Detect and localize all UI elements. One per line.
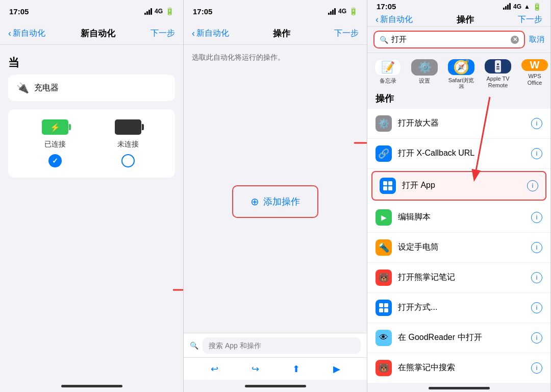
search-cancel-button[interactable]: 取消 (529, 35, 544, 44)
nav-title-1: 新自动化 (81, 28, 115, 39)
signal-icon-3 (503, 3, 511, 10)
apps-scroll: 📝 备忘录 ⚙️ 设置 🧭 Safari浏览器 Apple TVRemote (367, 53, 550, 88)
ops-label-goodreader: 在 GoodReader 中打开 (398, 332, 525, 343)
nav-back-3[interactable]: ‹ 新自动化 (375, 14, 413, 25)
search-input-wrap[interactable]: 🔍 打开 ✕ (373, 31, 525, 48)
ops-info-bear-search[interactable]: i (531, 362, 542, 374)
app-icon-safari: 🧭 (448, 59, 474, 75)
status-bar-1: 17:05 4G 🔋 (0, 0, 183, 22)
radio-connected[interactable] (48, 154, 62, 167)
ops-label-bear-search: 在熊掌记中搜索 (398, 362, 525, 373)
clear-icon: ✕ (513, 36, 517, 43)
battery-row: ⚡ 已连接 未连接 (18, 119, 165, 167)
nav-next-2[interactable]: 下一步 (334, 28, 359, 39)
app-icon-settings: ⚙️ (411, 59, 438, 75)
redo-icon[interactable]: ↪ (252, 363, 259, 375)
ops-info-magnifier[interactable]: i (531, 118, 542, 129)
plus-icon: ⊕ (251, 195, 259, 208)
home-indicator-2 (184, 380, 367, 392)
ops-info-bear-note[interactable]: i (531, 272, 542, 283)
panel-3: 17:05 4G ▲ 🔋 ‹ 新自动化 操作 下一步 🔍 打开 ✕ (367, 0, 551, 392)
battery-icon-1: 🔋 (165, 7, 174, 15)
network-type-3: 4G (513, 3, 521, 10)
battery-connected-option[interactable]: ⚡ 已连接 (42, 119, 68, 167)
app-item-wps[interactable]: W WPS Office (520, 59, 549, 84)
search-input-bottom[interactable] (203, 337, 361, 354)
svg-rect-7 (388, 181, 392, 185)
undo-icon[interactable]: ↩ (211, 363, 218, 375)
add-action-area: ⊕ 添加操作 (184, 70, 367, 333)
ops-item-torch[interactable]: 🔦 设定手电筒 i (367, 233, 550, 263)
network-type-2: 4G (338, 8, 346, 15)
section-header-1: 当 (0, 45, 183, 75)
ops-label-xcallback: 打开 X-Callback URL (398, 148, 525, 159)
battery-connected-label: 已连接 (44, 140, 66, 149)
ops-item-open-with[interactable]: 打开方式... i (367, 293, 550, 323)
time-2: 17:05 (193, 7, 212, 16)
ops-icon-torch: 🔦 (375, 239, 392, 256)
panel-2: 17:05 4G 🔋 ‹ 新自动化 操作 下一步 选取此自动化将运行的操作。 ⊕… (184, 0, 367, 392)
ops-icon-xcallback: 🔗 (375, 145, 392, 162)
time-3: 17:05 (377, 2, 396, 11)
ops-info-open-with[interactable]: i (531, 302, 542, 313)
nav-next-1[interactable]: 下一步 (151, 28, 175, 39)
nav-back-label-2: 新自动化 (196, 28, 229, 39)
ops-item-edit-script[interactable]: ▶ 编辑脚本 i (367, 203, 550, 233)
nav-bar-2: ‹ 新自动化 操作 下一步 (184, 22, 367, 45)
nav-title-2: 操作 (273, 28, 290, 39)
ops-item-open-app[interactable]: 打开 App i (371, 171, 546, 201)
share-icon[interactable]: ⬆ (292, 363, 300, 375)
search-clear-button[interactable]: ✕ (511, 36, 519, 44)
home-bar-2 (245, 385, 306, 387)
nav-next-3[interactable]: 下一步 (518, 14, 542, 25)
add-action-label: 添加操作 (263, 195, 300, 208)
ops-icon-open-with (375, 300, 392, 316)
ops-item-magnifier[interactable]: ⚙️ 打开放大器 i (367, 109, 550, 139)
battery-disconnected-option[interactable]: 未连接 (115, 119, 141, 167)
add-action-button[interactable]: ⊕ 添加操作 (235, 188, 315, 215)
svg-rect-4 (496, 66, 499, 67)
ops-info-goodreader[interactable]: i (531, 332, 542, 344)
play-icon[interactable]: ▶ (333, 363, 340, 375)
ops-info-open-app[interactable]: i (527, 180, 538, 191)
home-bar-3 (429, 387, 490, 389)
trigger-label: 充电器 (34, 83, 59, 93)
battery-icon-3: 🔋 (533, 3, 541, 11)
nav-back-1[interactable]: ‹ 新自动化 (8, 28, 45, 39)
ops-item-bear-note[interactable]: 🐻 打开熊掌记笔记 i (367, 263, 550, 293)
status-bar-2: 17:05 4G 🔋 (184, 0, 367, 22)
app-icon-notes: 📝 (374, 59, 401, 75)
battery-disconnected-icon (115, 119, 141, 135)
ops-item-bear-search[interactable]: 🐻 在熊掌记中搜索 i (367, 353, 550, 383)
battery-disconnected-label: 未连接 (117, 140, 139, 149)
ops-item-xcallback[interactable]: 🔗 打开 X-Callback URL i (367, 139, 550, 169)
ops-label-magnifier: 打开放大器 (398, 118, 525, 129)
ops-info-torch[interactable]: i (531, 242, 542, 253)
ops-info-edit-script[interactable]: i (531, 212, 542, 223)
ops-icon-magnifier: ⚙️ (375, 115, 392, 132)
add-action-btn-container: ⊕ 添加操作 (232, 185, 318, 218)
nav-back-2[interactable]: ‹ 新自动化 (192, 28, 229, 39)
status-icons-2: 4G 🔋 (328, 7, 358, 15)
chevron-left-icon-1: ‹ (8, 28, 11, 39)
status-icons-3: 4G ▲ 🔋 (503, 3, 541, 11)
radio-disconnected[interactable] (121, 154, 135, 167)
svg-rect-12 (379, 308, 383, 312)
home-bar-1 (61, 385, 122, 387)
ops-icon-goodreader: 👁 (375, 330, 392, 346)
battery-icon-2: 🔋 (349, 7, 358, 15)
app-item-apple-tv[interactable]: Apple TVRemote (484, 59, 512, 84)
ops-item-goodreader[interactable]: 👁 在 GoodReader 中打开 i (367, 323, 550, 353)
search-bar-bottom[interactable]: 🔍 (184, 333, 367, 357)
home-indicator-1 (0, 380, 183, 392)
app-item-safari[interactable]: 🧭 Safari浏览器 (447, 59, 475, 84)
app-item-settings[interactable]: ⚙️ 设置 (410, 59, 439, 84)
trigger-item[interactable]: 🔌 充电器 (8, 75, 175, 101)
app-label-apple-tv: Apple TVRemote (486, 76, 509, 88)
app-item-notes[interactable]: 📝 备忘录 (373, 59, 402, 84)
ops-info-xcallback[interactable]: i (531, 148, 542, 159)
nav-bar-3: ‹ 新自动化 操作 下一步 (367, 13, 550, 27)
search-icon-bottom: 🔍 (190, 341, 198, 350)
battery-connected-icon: ⚡ (42, 119, 68, 135)
app-label-wps: WPS Office (520, 73, 549, 86)
